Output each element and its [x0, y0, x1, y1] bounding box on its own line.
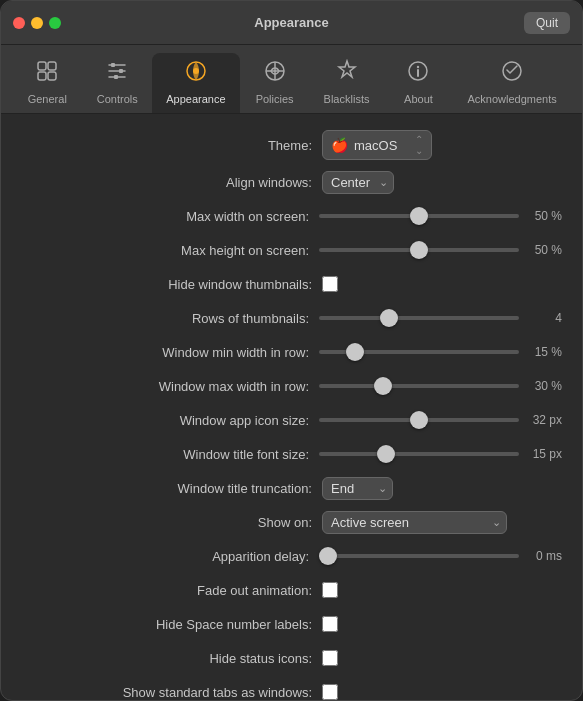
apparition-delay-row: Apparition delay: 0 ms — [21, 544, 562, 568]
win-title-trunc-control: End Middle Start — [322, 477, 562, 500]
max-width-control: 50 % — [319, 209, 562, 223]
win-title-trunc-label: Window title truncation: — [178, 481, 312, 496]
quit-button[interactable]: Quit — [524, 12, 570, 34]
win-min-width-slider-container: 15 % — [319, 345, 562, 359]
tab-appearance-label: Appearance — [166, 93, 225, 105]
fade-out-checkbox[interactable] — [322, 582, 338, 598]
win-icon-size-row: Window app icon size: 32 px — [21, 408, 562, 432]
show-std-tabs-control — [322, 684, 562, 700]
win-title-trunc-row: Window title truncation: End Middle Star… — [21, 476, 562, 500]
hide-thumbnails-checkbox[interactable] — [322, 276, 338, 292]
theme-control: 🍎 macOS ⌃⌄ — [322, 130, 562, 160]
win-icon-size-slider-container: 32 px — [319, 413, 562, 427]
win-title-trunc-select-wrapper: End Middle Start — [322, 477, 393, 500]
win-icon-size-control: 32 px — [319, 413, 562, 427]
tab-general[interactable]: General — [12, 53, 82, 113]
rows-thumbnails-slider[interactable] — [319, 316, 519, 320]
hide-status-checkbox[interactable] — [322, 650, 338, 666]
align-windows-row: Align windows: Center Left Right — [21, 170, 562, 194]
align-windows-label: Align windows: — [226, 175, 312, 190]
align-windows-control: Center Left Right — [322, 171, 562, 194]
close-button[interactable] — [13, 17, 25, 29]
about-icon — [406, 59, 430, 89]
max-height-row: Max height on screen: 50 % — [21, 238, 562, 262]
svg-rect-4 — [111, 63, 115, 67]
rows-thumbnails-value: 4 — [527, 311, 562, 325]
apple-logo-icon: 🍎 — [331, 137, 348, 153]
max-width-row: Max width on screen: 50 % — [21, 204, 562, 228]
policies-icon — [263, 59, 287, 89]
tab-controls[interactable]: Controls — [82, 53, 152, 113]
win-max-width-row: Window max width in row: 30 % — [21, 374, 562, 398]
blacklists-icon — [335, 59, 359, 89]
theme-row: Theme: 🍎 macOS ⌃⌄ — [21, 130, 562, 160]
hide-thumbnails-label: Hide window thumbnails: — [168, 277, 312, 292]
theme-select[interactable]: 🍎 macOS ⌃⌄ — [322, 130, 432, 160]
show-on-row: Show on: Active screen All screens Main … — [21, 510, 562, 534]
minimize-button[interactable] — [31, 17, 43, 29]
settings-content: Theme: 🍎 macOS ⌃⌄ Align windows: Center … — [1, 114, 582, 700]
hide-space-checkbox[interactable] — [322, 616, 338, 632]
win-title-font-slider-container: 15 px — [319, 447, 562, 461]
tab-acknowledgments[interactable]: Acknowledgments — [453, 53, 570, 113]
svg-rect-5 — [119, 69, 123, 73]
win-title-font-value: 15 px — [527, 447, 562, 461]
max-width-slider[interactable] — [319, 214, 519, 218]
tab-general-label: General — [28, 93, 67, 105]
win-min-width-row: Window min width in row: 15 % — [21, 340, 562, 364]
win-max-width-slider-container: 30 % — [319, 379, 562, 393]
tab-policies-label: Policies — [256, 93, 294, 105]
tab-about-label: About — [404, 93, 433, 105]
svg-rect-1 — [48, 62, 56, 70]
controls-icon — [105, 59, 129, 89]
svg-rect-2 — [38, 72, 46, 80]
win-min-width-label: Window min width in row: — [162, 345, 309, 360]
align-windows-select-wrapper: Center Left Right — [322, 171, 394, 194]
apparition-delay-slider[interactable] — [319, 554, 519, 558]
maximize-button[interactable] — [49, 17, 61, 29]
win-min-width-slider[interactable] — [319, 350, 519, 354]
max-width-value: 50 % — [527, 209, 562, 223]
tab-controls-label: Controls — [97, 93, 138, 105]
win-icon-size-label: Window app icon size: — [180, 413, 309, 428]
rows-thumbnails-control: 4 — [319, 311, 562, 325]
rows-thumbnails-label: Rows of thumbnails: — [192, 311, 309, 326]
svg-rect-3 — [48, 72, 56, 80]
win-icon-size-slider[interactable] — [319, 418, 519, 422]
show-on-select-wrapper: Active screen All screens Main screen — [322, 511, 507, 534]
win-max-width-slider[interactable] — [319, 384, 519, 388]
theme-label: Theme: — [268, 138, 312, 153]
win-title-font-row: Window title font size: 15 px — [21, 442, 562, 466]
svg-point-8 — [193, 68, 199, 74]
apparition-delay-label: Apparition delay: — [212, 549, 309, 564]
window-title: Appearance — [254, 15, 328, 30]
acknowledgments-icon — [500, 59, 524, 89]
win-max-width-label: Window max width in row: — [159, 379, 309, 394]
apparition-delay-slider-container: 0 ms — [319, 549, 562, 563]
max-height-slider[interactable] — [319, 248, 519, 252]
align-windows-select[interactable]: Center Left Right — [322, 171, 394, 194]
tab-blacklists[interactable]: Blacklists — [310, 53, 384, 113]
hide-space-label: Hide Space number labels: — [156, 617, 312, 632]
fade-out-control — [322, 582, 562, 598]
show-on-label: Show on: — [258, 515, 312, 530]
show-std-tabs-label: Show standard tabs as windows: — [123, 685, 312, 700]
show-std-tabs-checkbox[interactable] — [322, 684, 338, 700]
general-icon — [35, 59, 59, 89]
max-height-slider-container: 50 % — [319, 243, 562, 257]
win-max-width-control: 30 % — [319, 379, 562, 393]
win-title-font-slider[interactable] — [319, 452, 519, 456]
tab-about[interactable]: About — [383, 53, 453, 113]
hide-status-row: Hide status icons: — [21, 646, 562, 670]
tab-acknowledgments-label: Acknowledgments — [467, 93, 556, 105]
show-on-select[interactable]: Active screen All screens Main screen — [322, 511, 507, 534]
theme-value: macOS — [354, 138, 397, 153]
tab-policies[interactable]: Policies — [240, 53, 310, 113]
apparition-delay-control: 0 ms — [319, 549, 562, 563]
max-height-label: Max height on screen: — [181, 243, 309, 258]
svg-rect-6 — [114, 75, 118, 79]
win-title-trunc-select[interactable]: End Middle Start — [322, 477, 393, 500]
tab-blacklists-label: Blacklists — [324, 93, 370, 105]
fade-out-label: Fade out animation: — [197, 583, 312, 598]
tab-appearance[interactable]: Appearance — [152, 53, 239, 113]
